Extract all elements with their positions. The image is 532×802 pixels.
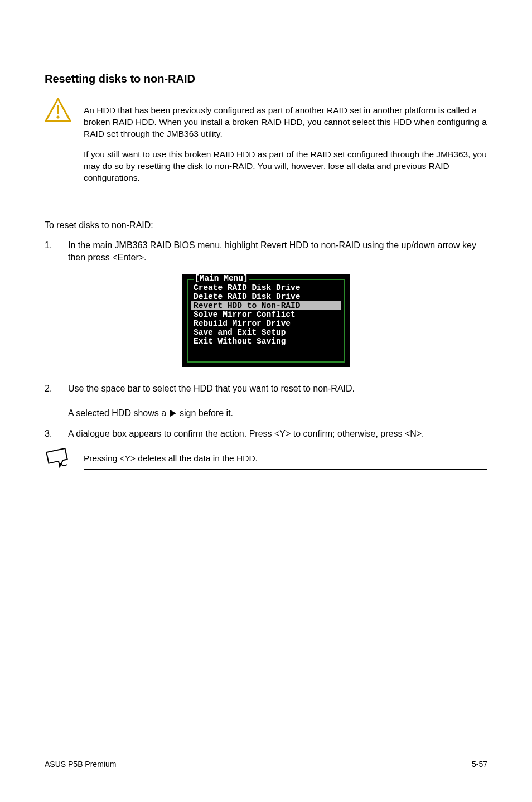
note-callout: Pressing <Y> deletes all the data in the…	[45, 448, 487, 470]
step-2-line1: Use the space bar to select the HDD that…	[68, 384, 355, 393]
svg-point-2	[56, 115, 59, 118]
page-footer: ASUS P5B Premium 5-57	[45, 760, 487, 769]
bios-screenshot: [Main Menu] Create RAID Disk DriveDelete…	[45, 274, 487, 367]
step-2-line2-before: A selected HDD shows a	[68, 408, 169, 418]
step-3-text: A dialogue box appears to confirm the ac…	[68, 428, 487, 440]
bios-menu-item: Delete RAID Disk Drive	[191, 292, 341, 301]
step-1-text: In the main JMB363 RAID BIOS menu, highl…	[68, 239, 487, 264]
bios-menu-title: [Main Menu]	[194, 274, 249, 283]
note-text: Pressing <Y> deletes all the data in the…	[84, 448, 487, 470]
bios-menu-item: Create RAID Disk Drive	[191, 283, 341, 292]
warning-paragraph-1: An HDD that has been previously configur…	[84, 105, 487, 140]
bios-menu-item: Exit Without Saving	[191, 337, 341, 346]
svg-rect-1	[57, 105, 59, 114]
triangle-icon	[170, 410, 176, 417]
step-number: 1.	[45, 239, 68, 264]
step-number: 3.	[45, 428, 68, 440]
warning-paragraph-2: If you still want to use this broken RAI…	[84, 149, 487, 184]
footer-left: ASUS P5B Premium	[45, 760, 116, 769]
intro-text: To reset disks to non-RAID:	[45, 219, 487, 231]
step-2: 2. Use the space bar to select the HDD t…	[45, 383, 487, 420]
section-heading: Resetting disks to non-RAID	[45, 73, 487, 85]
steps-list: 1. In the main JMB363 RAID BIOS menu, hi…	[45, 239, 487, 264]
bios-menu-item: Revert HDD to Non-RAID	[191, 301, 341, 310]
warning-callout: An HDD that has been previously configur…	[45, 98, 487, 191]
step-3: 3. A dialogue box appears to confirm the…	[45, 428, 487, 440]
step-1: 1. In the main JMB363 RAID BIOS menu, hi…	[45, 239, 487, 264]
bios-menu-item: Solve Mirror Conflict	[191, 310, 341, 319]
warning-text: An HDD that has been previously configur…	[84, 98, 487, 191]
step-2-body: Use the space bar to select the HDD that…	[68, 383, 487, 420]
bios-menu-item: Save and Exit Setup	[191, 328, 341, 337]
bios-menu-item: Rebuild Mirror Drive	[191, 319, 341, 328]
steps-list-continued: 2. Use the space bar to select the HDD t…	[45, 383, 487, 441]
step-2-line2-after: sign before it.	[177, 408, 234, 418]
step-number: 2.	[45, 383, 68, 420]
warning-icon	[45, 98, 71, 122]
footer-right: 5-57	[472, 760, 487, 769]
bios-box: [Main Menu] Create RAID Disk DriveDelete…	[182, 274, 350, 367]
bios-border: [Main Menu] Create RAID Disk DriveDelete…	[187, 279, 345, 363]
note-icon	[45, 448, 71, 469]
